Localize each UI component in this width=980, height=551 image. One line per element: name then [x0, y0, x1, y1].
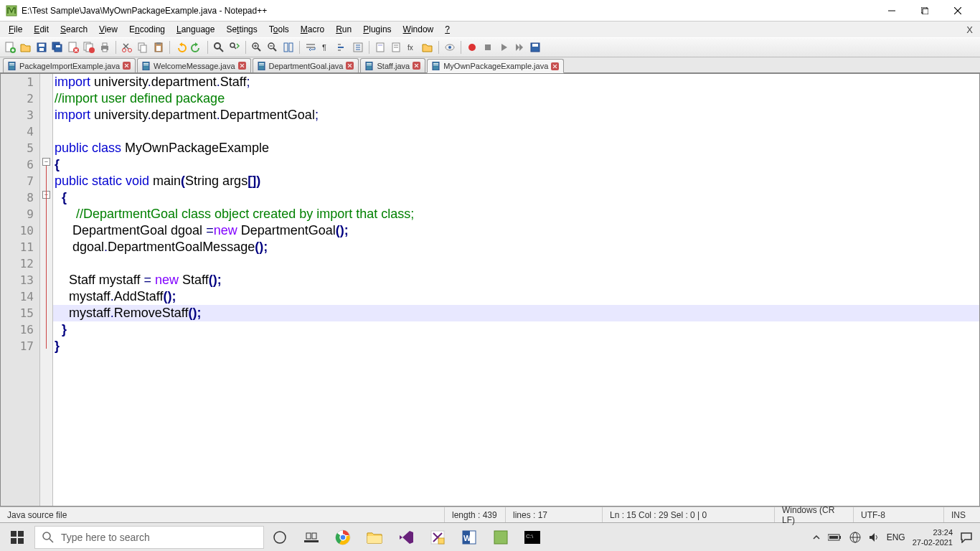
find-icon[interactable]: [212, 40, 226, 55]
code-line[interactable]: public static void main(String args[]): [53, 173, 979, 189]
file-icon: [8, 62, 17, 70]
vs-installer-icon[interactable]: [429, 529, 446, 546]
svg-rect-104: [494, 531, 507, 544]
tab-Staff-java[interactable]: Staff.java: [360, 58, 425, 72]
code-line[interactable]: //import user defined package: [53, 90, 979, 107]
tab-close-icon[interactable]: [551, 62, 559, 70]
minimize-button[interactable]: [875, 0, 908, 22]
code-line[interactable]: }: [53, 338, 979, 354]
play-multi-icon[interactable]: [512, 40, 527, 55]
tab-MyOwnPackageExample-java[interactable]: MyOwnPackageExample.java: [427, 59, 564, 73]
folder-workspace-icon[interactable]: [420, 40, 435, 55]
zoom-out-icon[interactable]: [265, 40, 280, 55]
doc-list-icon[interactable]: [389, 40, 403, 55]
sync-scroll-icon[interactable]: [281, 40, 296, 55]
tab-PackageImportExample-java[interactable]: PackageImportExample.java: [3, 58, 136, 72]
menu-language[interactable]: Language: [171, 23, 220, 36]
save-all-icon[interactable]: [50, 40, 65, 55]
tab-close-icon[interactable]: [413, 62, 420, 70]
save-macro-icon[interactable]: [528, 40, 542, 55]
tab-close-icon[interactable]: [123, 62, 131, 70]
doc-map-icon[interactable]: [373, 40, 387, 55]
func-list-icon[interactable]: fx: [405, 40, 419, 55]
menu-edit[interactable]: Edit: [28, 23, 55, 36]
menu-help[interactable]: ?: [439, 23, 456, 36]
user-lang-icon[interactable]: [351, 40, 365, 55]
chrome-icon[interactable]: [334, 529, 352, 546]
code-line[interactable]: import university.department.DepartmentG…: [53, 107, 979, 123]
save-icon[interactable]: [34, 40, 49, 55]
paste-icon[interactable]: [151, 40, 166, 55]
cmd-icon[interactable]: C:\: [524, 529, 541, 546]
taskbar-search[interactable]: Type here to search: [34, 526, 264, 549]
code-line[interactable]: DepartmentGoal dgoal =new DepartmentGoal…: [53, 222, 979, 239]
code-line[interactable]: [53, 255, 979, 272]
menu-run[interactable]: Run: [330, 23, 357, 36]
tab-WelcomeMessage-java[interactable]: WelcomeMessage.java: [137, 58, 251, 72]
show-all-chars-icon[interactable]: ¶: [319, 40, 334, 55]
code-line[interactable]: dgoal.DepartmentGoalMessage();: [53, 239, 979, 255]
menu-macro[interactable]: Macro: [295, 23, 330, 36]
notepadpp-taskbar-icon[interactable]: [492, 529, 509, 546]
indent-guide-icon[interactable]: [335, 40, 349, 55]
code-line[interactable]: mystaff.RemoveStaff();: [53, 305, 979, 321]
tab-close-icon[interactable]: [238, 62, 246, 70]
menu-window[interactable]: Window: [397, 23, 440, 36]
redo-icon[interactable]: [189, 40, 204, 55]
battery-icon[interactable]: [828, 533, 842, 542]
menu-settings[interactable]: Settings: [220, 23, 263, 36]
volume-icon[interactable]: [868, 532, 880, 543]
replace-icon[interactable]: [227, 40, 242, 55]
task-view-icon[interactable]: [303, 529, 320, 546]
code-line[interactable]: //DepartmentGoal class object created by…: [53, 206, 979, 222]
cut-icon[interactable]: [120, 40, 134, 55]
zoom-in-icon[interactable]: [250, 40, 264, 55]
explorer-icon[interactable]: [366, 529, 383, 546]
print-icon[interactable]: [98, 40, 112, 55]
code-line[interactable]: }: [53, 321, 979, 338]
tab-close-icon[interactable]: [346, 62, 354, 70]
close-all-icon[interactable]: [82, 40, 96, 55]
action-center-icon[interactable]: [960, 532, 973, 543]
maximize-button[interactable]: [908, 0, 941, 22]
tray-chevron-up-icon[interactable]: [812, 533, 821, 542]
close-button[interactable]: [941, 0, 974, 22]
language-indicator[interactable]: ENG: [887, 532, 905, 542]
code-line[interactable]: public class MyOwnPackageExample: [53, 140, 979, 156]
tab-DepartmentGoal-java[interactable]: DepartmentGoal.java: [253, 58, 359, 72]
line-number: 17: [1, 338, 39, 354]
svg-point-89: [43, 532, 50, 540]
code-line[interactable]: [53, 123, 979, 140]
menu-view[interactable]: View: [93, 23, 123, 36]
code-line[interactable]: mystaff.AddStaff();: [53, 288, 979, 305]
wordwrap-icon[interactable]: [303, 40, 318, 55]
start-button[interactable]: [0, 523, 34, 552]
menu-file[interactable]: File: [3, 23, 28, 36]
code-editor[interactable]: import university.department.Staff;//imp…: [53, 74, 979, 506]
menu-plugins[interactable]: Plugins: [357, 23, 397, 36]
undo-icon[interactable]: [174, 40, 188, 55]
visualstudio-icon[interactable]: [397, 529, 415, 546]
taskbar-clock[interactable]: 23:24 27-02-2021: [913, 527, 953, 547]
code-line[interactable]: import university.department.Staff;: [53, 74, 979, 90]
code-line[interactable]: {: [53, 156, 979, 173]
doc-close-x[interactable]: X: [966, 24, 973, 35]
menu-search[interactable]: Search: [55, 23, 93, 36]
close-file-icon[interactable]: [66, 40, 80, 55]
fold-box-minus[interactable]: −: [42, 158, 50, 166]
open-file-icon[interactable]: [19, 40, 33, 55]
copy-icon[interactable]: [136, 40, 150, 55]
network-icon[interactable]: [849, 532, 861, 543]
word-icon[interactable]: W: [461, 529, 478, 546]
new-file-icon[interactable]: [3, 40, 17, 55]
monitor-icon[interactable]: [443, 40, 457, 55]
code-line[interactable]: {: [53, 189, 979, 206]
svg-rect-12: [39, 48, 44, 51]
play-macro-icon[interactable]: [496, 40, 511, 55]
record-macro-icon[interactable]: [465, 40, 479, 55]
menu-encoding[interactable]: Encoding: [123, 23, 171, 36]
stop-macro-icon[interactable]: [481, 40, 495, 55]
code-line[interactable]: Staff mystaff = new Staff();: [53, 272, 979, 288]
cortana-icon[interactable]: [271, 529, 288, 546]
menu-tools[interactable]: Tools: [263, 23, 295, 36]
